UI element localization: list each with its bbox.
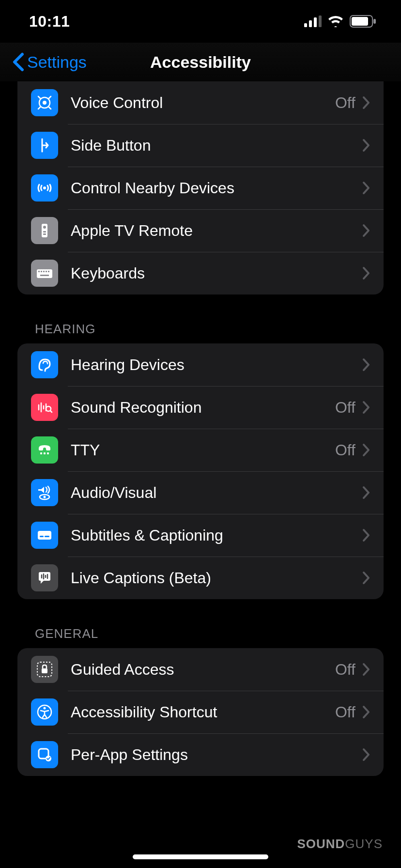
group-physical-motor: Voice Control Off Side Button Control Ne… bbox=[17, 81, 384, 294]
row-label: Subtitles & Captioning bbox=[71, 527, 362, 544]
row-tty[interactable]: TTY Off bbox=[17, 429, 384, 471]
tv-remote-icon bbox=[31, 217, 58, 244]
chevron-right-icon bbox=[362, 401, 370, 414]
keyboard-icon bbox=[31, 260, 58, 287]
chevron-right-icon bbox=[362, 486, 370, 499]
row-label: Sound Recognition bbox=[71, 399, 335, 417]
row-guided-access[interactable]: Guided Access Off bbox=[17, 648, 384, 691]
row-label: Hearing Devices bbox=[71, 356, 362, 374]
row-live-captions[interactable]: Live Captions (Beta) bbox=[17, 557, 384, 599]
back-label: Settings bbox=[27, 53, 87, 72]
svg-rect-20 bbox=[40, 275, 49, 276]
waveform-search-icon bbox=[31, 394, 58, 421]
svg-rect-12 bbox=[43, 231, 46, 232]
chevron-right-icon bbox=[362, 224, 370, 237]
chevron-right-icon bbox=[362, 663, 370, 676]
nav-bar: Settings Accessibility bbox=[0, 43, 401, 81]
page-title: Accessibility bbox=[150, 53, 251, 72]
svg-point-8 bbox=[43, 101, 46, 105]
row-label: Guided Access bbox=[71, 661, 335, 679]
watermark-b: GUYS bbox=[345, 837, 383, 851]
chevron-right-icon bbox=[362, 748, 370, 761]
row-label: Per-App Settings bbox=[71, 746, 362, 764]
guided-access-icon bbox=[31, 656, 58, 683]
row-hearing-devices[interactable]: Hearing Devices bbox=[17, 343, 384, 386]
watermark-a: SOUND bbox=[297, 837, 345, 851]
row-accessibility-shortcut[interactable]: Accessibility Shortcut Off bbox=[17, 691, 384, 733]
status-icons bbox=[304, 15, 377, 28]
group-general: Guided Access Off Accessibility Shortcut… bbox=[17, 648, 384, 776]
row-audio-visual[interactable]: Audio/Visual bbox=[17, 471, 384, 514]
svg-rect-14 bbox=[37, 269, 52, 278]
row-control-nearby-devices[interactable]: Control Nearby Devices bbox=[17, 167, 384, 209]
row-sound-recognition[interactable]: Sound Recognition Off bbox=[17, 386, 384, 429]
svg-point-11 bbox=[43, 226, 46, 229]
row-apple-tv-remote[interactable]: Apple TV Remote bbox=[17, 209, 384, 252]
tty-icon bbox=[31, 436, 58, 464]
svg-rect-16 bbox=[41, 271, 42, 272]
svg-rect-27 bbox=[38, 531, 51, 540]
chevron-right-icon bbox=[362, 571, 370, 585]
chevron-left-icon bbox=[12, 52, 24, 72]
row-per-app-settings[interactable]: Per-App Settings bbox=[17, 733, 384, 776]
svg-rect-24 bbox=[47, 452, 49, 454]
wifi-icon bbox=[327, 16, 344, 27]
row-label: Live Captions (Beta) bbox=[71, 569, 362, 587]
row-label: Audio/Visual bbox=[71, 484, 362, 502]
row-value: Off bbox=[335, 703, 355, 721]
speech-waveform-icon bbox=[31, 564, 58, 591]
svg-rect-3 bbox=[319, 16, 322, 27]
svg-point-33 bbox=[44, 707, 46, 710]
cellular-icon bbox=[304, 16, 322, 27]
app-check-icon bbox=[31, 741, 58, 768]
svg-rect-18 bbox=[46, 271, 47, 272]
row-value: Off bbox=[335, 661, 355, 679]
row-keyboards[interactable]: Keyboards bbox=[17, 252, 384, 294]
group-hearing: Hearing Devices Sound Recognition Off TT… bbox=[17, 343, 384, 599]
svg-rect-2 bbox=[314, 17, 317, 27]
svg-rect-5 bbox=[352, 17, 368, 26]
chevron-right-icon bbox=[362, 443, 370, 457]
section-header-general: GENERAL bbox=[35, 626, 384, 641]
chevron-right-icon bbox=[362, 266, 370, 280]
row-label: Control Nearby Devices bbox=[71, 179, 362, 197]
captions-icon bbox=[31, 522, 58, 549]
settings-list[interactable]: Voice Control Off Side Button Control Ne… bbox=[0, 81, 401, 776]
chevron-right-icon bbox=[362, 181, 370, 195]
status-time: 10:11 bbox=[29, 13, 70, 31]
svg-rect-29 bbox=[45, 536, 49, 537]
svg-point-26 bbox=[44, 496, 46, 498]
section-header-hearing: HEARING bbox=[35, 322, 384, 337]
battery-icon bbox=[350, 15, 377, 28]
row-voice-control[interactable]: Voice Control Off bbox=[17, 81, 384, 124]
row-value: Off bbox=[335, 441, 355, 459]
ear-icon bbox=[31, 351, 58, 378]
svg-point-9 bbox=[43, 186, 46, 189]
row-label: Accessibility Shortcut bbox=[71, 703, 335, 721]
watermark: SOUNDGUYS bbox=[297, 837, 383, 852]
row-label: Voice Control bbox=[71, 94, 335, 112]
voice-control-icon bbox=[31, 89, 58, 116]
broadcast-icon bbox=[31, 174, 58, 202]
speaker-eye-icon bbox=[31, 479, 58, 506]
row-value: Off bbox=[335, 399, 355, 417]
accessibility-icon bbox=[31, 698, 58, 726]
chevron-right-icon bbox=[362, 705, 370, 719]
svg-rect-13 bbox=[43, 233, 46, 235]
chevron-right-icon bbox=[362, 528, 370, 542]
svg-rect-1 bbox=[309, 20, 312, 27]
back-button[interactable]: Settings bbox=[12, 52, 87, 72]
chevron-right-icon bbox=[362, 139, 370, 152]
chevron-right-icon bbox=[362, 96, 370, 109]
row-side-button[interactable]: Side Button bbox=[17, 124, 384, 167]
row-label: Side Button bbox=[71, 137, 362, 155]
svg-rect-19 bbox=[48, 271, 49, 272]
svg-rect-0 bbox=[304, 23, 307, 27]
status-bar: 10:11 bbox=[0, 0, 401, 43]
row-subtitles-captioning[interactable]: Subtitles & Captioning bbox=[17, 514, 384, 557]
svg-rect-17 bbox=[43, 271, 45, 272]
row-label: Keyboards bbox=[71, 264, 362, 282]
chevron-right-icon bbox=[362, 358, 370, 372]
row-label: Apple TV Remote bbox=[71, 222, 362, 240]
home-indicator[interactable] bbox=[133, 854, 268, 859]
